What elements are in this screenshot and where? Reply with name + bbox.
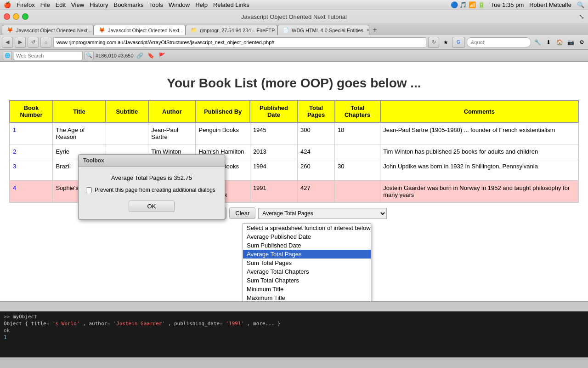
dropdown-list-item[interactable]: Average Total Chapters [243,267,371,276]
toolbar2-icon[interactable]: 🌐 [3,51,12,60]
tab-4[interactable]: 📄 WDG HTML 4.0 Special Entities ✕ [277,25,369,35]
menu-bookmarks[interactable]: Bookmarks [114,1,144,8]
menu-related-links[interactable]: Related Links [213,1,249,8]
tab-4-favicon: 📄 [283,27,289,33]
table-cell-6: 300 [298,122,335,144]
browser-chrome: Javascript Object Oriented Next Tutorial… [0,10,588,62]
page-content: Your Book List (more OOP) goes below ...… [0,62,588,228]
col-header-subtitle: Subtitle [106,100,148,122]
console-line-2: Object { title= 's World' , author= 'Jos… [4,320,584,327]
dropdown-list-item[interactable]: Minimum Title [243,285,371,293]
addon-icon-4[interactable]: 📷 [566,38,575,47]
table-cell-0[interactable]: 3 [10,159,53,181]
table-cell-3: Jean-Paul Sartre [148,122,196,144]
dropdown-list-item[interactable]: Maximum Title [243,293,371,301]
clear-button[interactable]: Clear [229,207,255,219]
addon-icon-5[interactable]: ⚙ [577,38,586,47]
dialog-title: Toolbox [79,155,225,167]
menu-file[interactable]: File [40,1,50,8]
web-search-input[interactable] [14,51,83,60]
close-button[interactable] [4,13,10,20]
tab-4-label: WDG HTML 4.0 Special Entities [292,28,363,33]
home-button[interactable]: ⌂ [40,37,51,48]
refresh-icon[interactable]: ↻ [428,37,439,48]
tab-1[interactable]: 🦊 Javascript Object Oriented Next... ✕ [2,25,94,35]
maximize-button[interactable] [22,13,28,20]
col-header-total-pages: Total Pages [298,100,335,122]
back-button[interactable]: ◀ [2,37,13,48]
dropdown-list-item[interactable]: Average Published Date [243,232,371,241]
bookmark-icon[interactable]: ★ [441,38,450,47]
dropdown-list-item[interactable]: Sum Total Chapters [243,276,371,285]
dialog-ok-button[interactable]: OK [129,201,175,212]
browser-toolbar: ◀ ▶ ↺ ⌂ ↻ ★ G 🔧 ⬇ 🏠 📷 ⚙ [0,35,588,50]
dropdown-list[interactable]: Select a spreadsheet function of interes… [243,223,371,301]
dialog-body: Average Total Pages is 352.75 Prevent th… [79,167,225,219]
apple-menu[interactable]: 🍎 [4,1,11,8]
table-cell-6: 260 [298,159,335,181]
tab-2[interactable]: 🦊 Javascript Object Oriented Next... ✕ [94,25,186,35]
menu-help[interactable]: Help [195,1,208,8]
table-cell-1: The Age of Reason [53,122,106,144]
minimize-button[interactable] [13,13,19,20]
link-icon[interactable]: 🔗 [136,51,145,60]
tab-1-favicon: 🦊 [7,27,13,33]
spreadsheet-dropdown[interactable]: Select a spreadsheet function of interes… [258,208,387,219]
window-title: Javascript Object Oriented Next Tutorial [241,13,347,20]
col-header-author: Author [148,100,196,122]
browser-title-bar: Javascript Object Oriented Next Tutorial… [0,10,588,23]
table-cell-4: Penguin Books [196,122,250,144]
menu-history[interactable]: History [90,1,108,8]
prevent-dialogs-label: Prevent this page from creating addition… [95,187,215,193]
table-cell-0[interactable]: 1 [10,122,53,144]
new-tab-button[interactable]: + [369,25,380,35]
mac-menubar: 🍎 Firefox File Edit View History Bookmar… [0,0,588,10]
prevent-dialogs-checkbox[interactable] [86,187,92,193]
console-area: >> myObject Object { title= 's World' , … [0,311,588,357]
dropdown-list-item[interactable]: Average Total Pages [243,250,371,259]
console-line-4: 1 [4,334,584,341]
col-header-number: Book Number [10,100,53,122]
user-name: Robert Metcalfe [529,1,571,8]
bookmark-add-icon[interactable]: 🔖 [147,51,156,60]
table-cell-0[interactable]: 2 [10,144,53,159]
addon-icon-1[interactable]: 🔧 [533,38,542,47]
page-title: Your Book List (more OOP) goes below ... [9,67,579,100]
table-cell-0[interactable]: 4 [10,181,53,203]
url-bar[interactable] [53,37,426,47]
dropdown-list-item[interactable]: Sum Total Pages [243,259,371,267]
tab-3[interactable]: 📁 rjmprogr_27.54.94.234 – FireFTP ✕ [186,25,277,35]
menu-firefox[interactable]: Firefox [17,1,35,8]
dropdown-list-item[interactable]: Select a spreadsheet function of interes… [243,224,371,232]
tab-3-favicon: 📁 [191,27,197,33]
menubar-icons: 🔵 🎵 📶 🔋 [451,1,485,8]
search-icon[interactable]: 🔍 [577,1,584,8]
browser-search-input[interactable] [467,37,531,47]
search-submit[interactable]: 🔍 [85,51,94,60]
table-cell-8: Jostein Gaarder was born in Norway in 19… [380,181,578,203]
table-row: 1The Age of ReasonJean-Paul SartrePengui… [10,122,578,144]
menu-view[interactable]: View [71,1,84,8]
table-cell-8: John Updike was born in 1932 in Shilling… [380,159,578,181]
col-header-comments: Comments [380,100,578,122]
addon-icon-2[interactable]: ⬇ [544,38,553,47]
tab-4-close[interactable]: ✕ [366,28,369,33]
dialog-box: Toolbox Average Total Pages is 352.75 Pr… [78,154,225,220]
menu-window[interactable]: Window [169,1,190,8]
reload-button[interactable]: ↺ [28,37,39,48]
tab-3-label: rjmprogr_27.54.94.234 – FireFTP [200,28,275,33]
dropdown-list-item[interactable]: Sum Published Date [243,241,371,250]
forward-button[interactable]: ▶ [15,37,26,48]
browser-content: Your Book List (more OOP) goes below ...… [0,62,588,301]
window-controls[interactable] [4,13,28,20]
tab-2-label: Javascript Object Oriented Next... [108,28,183,33]
menu-edit[interactable]: Edit [56,1,66,8]
addon-icon-3[interactable]: 🏠 [555,38,564,47]
resize-icon[interactable]: ⤡ [579,13,584,20]
col-header-title: Title [53,100,106,122]
flag-icon[interactable]: 🚩 [158,51,167,60]
google-icon[interactable]: G [452,37,465,48]
console-line-1: >> myObject [4,313,584,320]
table-cell-8: Jean-Paul Sartre (1905-1980) ... founder… [380,122,578,144]
menu-tools[interactable]: Tools [149,1,163,8]
